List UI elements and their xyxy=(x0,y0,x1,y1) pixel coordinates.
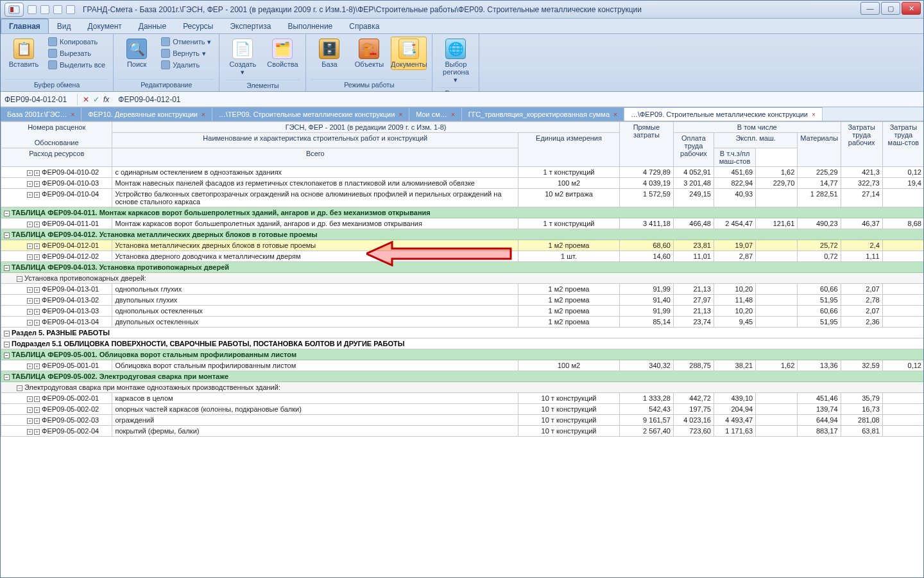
table-row[interactable]: ++ ФЕР09-04-013-04двупольных остекленных… xyxy=(1,317,924,328)
data-grid[interactable]: Номера расценокОбоснование ГЭСН, ФЕР - 2… xyxy=(1,121,923,577)
col-raskhod[interactable]: Расход ресурсов xyxy=(1,148,112,167)
col-vtch[interactable]: В т.ч.з/пл маш-стов xyxy=(714,148,755,167)
close-icon[interactable]: × xyxy=(812,111,816,118)
doc-tab[interactable]: ФЕР10. Деревянные конструкции× xyxy=(81,107,212,121)
col-naimen[interactable]: Наименование и характеристика строительн… xyxy=(112,133,518,148)
col-vsego[interactable]: Всего xyxy=(112,148,518,167)
table-row[interactable]: − ТАБЛИЦА ФЕР09-04-011. Монтаж каркасов … xyxy=(1,207,924,218)
group-label-elements: Элементы xyxy=(225,80,300,91)
cancel-formula-icon[interactable]: ✕ xyxy=(83,95,89,104)
delete-icon xyxy=(161,60,170,69)
table-row[interactable]: − Установка противопожарных дверей: xyxy=(1,273,924,284)
cut-button[interactable]: Вырезать xyxy=(46,48,108,58)
table-row[interactable]: ++ ФЕР09-04-013-02двупольных глухих1 м2 … xyxy=(1,295,924,306)
doc-tab[interactable]: …\ТЕР09. Строительные металлические конс… xyxy=(212,107,409,121)
formula-input[interactable]: ФЕР09-04-012-01 xyxy=(114,94,923,105)
documents-mode-button[interactable]: 📑 Документы xyxy=(391,37,427,70)
table-row[interactable]: ++ ФЕР09-05-002-03ограждений10 т констру… xyxy=(1,415,924,426)
formula-controls: ✕ ✓ fx xyxy=(78,95,114,104)
app-menu-button[interactable] xyxy=(4,3,24,17)
copy-button[interactable]: Копировать xyxy=(46,37,108,47)
table-row[interactable]: − Электродуговая сварка при монтаже одно… xyxy=(1,382,924,393)
table-row[interactable]: ++ ФЕР09-04-010-04Устройство балконных с… xyxy=(1,189,924,207)
objects-mode-button[interactable]: 🏗️ Объекты xyxy=(351,37,387,70)
table-row[interactable]: ++ ФЕР09-05-002-02опорных частей каркасо… xyxy=(1,404,924,415)
table-row[interactable]: − Подраздел 5.1 ОБЛИЦОВКА ПОВЕРХНОСТИ, С… xyxy=(1,338,924,349)
table-row[interactable]: − ТАБЛИЦА ФЕР09-05-001. Облицовка ворот … xyxy=(1,349,924,360)
svg-rect-1 xyxy=(10,7,13,12)
col-group-top[interactable]: ГЭСН, ФЕР - 2001 (в редакции 2009 г. с И… xyxy=(112,122,619,133)
doc-tab[interactable]: База 2001г.\ГЭС…× xyxy=(1,107,81,121)
create-button[interactable]: 📄 Создать ▾ xyxy=(225,37,261,78)
col-edizm[interactable]: Единица измерения xyxy=(518,133,620,167)
table-row[interactable]: ++ ФЕР09-04-010-03Монтаж навесных панеле… xyxy=(1,178,924,189)
table-row[interactable]: ++ ФЕР09-04-011-01Монтаж каркасов ворот … xyxy=(1,218,924,229)
delete-button[interactable]: Удалить xyxy=(158,60,214,70)
table-row[interactable]: ++ ФЕР09-05-002-04покрытий (фермы, балки… xyxy=(1,426,924,437)
col-zatr-rab[interactable]: Затраты труда рабочих xyxy=(841,122,882,167)
tab-data[interactable]: Данные xyxy=(130,19,175,33)
cell-reference[interactable]: ФЕР09-04-012-01 xyxy=(1,94,78,105)
search-icon: 🔍 xyxy=(126,39,147,59)
doc-tab-active[interactable]: …\ФЕР09. Строительные металлические конс… xyxy=(624,107,823,121)
group-label-modes: Режимы работы xyxy=(311,79,427,90)
properties-button[interactable]: 🗂️ Свойства xyxy=(264,37,300,70)
close-icon[interactable]: × xyxy=(71,111,75,118)
table-row[interactable]: − ТАБЛИЦА ФЕР09-04-013. Установка против… xyxy=(1,262,924,273)
col-zatr-mash[interactable]: Затраты труда маш-стов xyxy=(882,122,923,167)
search-button[interactable]: 🔍 Поиск xyxy=(119,37,155,70)
accept-formula-icon[interactable]: ✓ xyxy=(93,95,99,104)
table-row[interactable]: − Раздел 5. РАЗНЫЕ РАБОТЫ xyxy=(1,328,924,338)
create-label: Создать xyxy=(230,60,257,68)
table-row[interactable]: ++ ФЕР09-04-012-02Установка дверного дов… xyxy=(1,251,924,262)
fx-icon[interactable]: fx xyxy=(103,95,109,104)
col-ekspl[interactable]: Экспл. маш. xyxy=(714,133,797,148)
close-icon[interactable]: × xyxy=(398,111,402,118)
close-button[interactable]: ✕ xyxy=(902,2,921,15)
copy-icon xyxy=(48,37,57,46)
paste-button[interactable]: 📋 Вставить xyxy=(6,37,42,70)
table-row[interactable]: − ТАБЛИЦА ФЕР09-04-012. Установка металл… xyxy=(1,229,924,240)
col-nomera[interactable]: Номера расценокОбоснование xyxy=(1,122,112,148)
tab-help[interactable]: Справка xyxy=(341,19,388,33)
table-row[interactable]: ++ ФЕР09-04-013-03однопольных остекленны… xyxy=(1,306,924,317)
doc-tab[interactable]: Мои см…× xyxy=(409,107,462,121)
maximize-button[interactable]: ▢ xyxy=(881,2,900,15)
quick-access-toolbar xyxy=(28,5,75,14)
col-mater[interactable]: Материалы xyxy=(798,133,841,167)
qat-button[interactable] xyxy=(53,5,62,14)
paste-icon: 📋 xyxy=(13,39,34,59)
tab-view[interactable]: Вид xyxy=(49,19,80,33)
qat-button[interactable] xyxy=(66,5,75,14)
selectall-button[interactable]: Выделить все xyxy=(46,60,108,70)
table-row[interactable]: ++ ФЕР09-04-013-01однопольных глухих1 м2… xyxy=(1,284,924,295)
group-label-editing: Редактирование xyxy=(119,79,214,90)
objects-label: Объекты xyxy=(355,60,384,68)
minimize-button[interactable]: — xyxy=(860,2,880,15)
close-icon[interactable]: × xyxy=(613,111,617,118)
undo-button[interactable]: Отменить ▾ xyxy=(158,37,214,47)
qat-button[interactable] xyxy=(40,5,49,14)
col-vtom[interactable]: В том числе xyxy=(673,122,841,133)
table-row[interactable]: ++ ФЕР09-04-010-02с одинарным остекление… xyxy=(1,167,924,178)
redo-button[interactable]: Вернуть ▾ xyxy=(158,48,214,58)
table-row[interactable]: − ТАБЛИЦА ФЕР09-05-002. Электродуговая с… xyxy=(1,371,924,382)
base-mode-button[interactable]: 🗄️ База xyxy=(311,37,347,70)
region-select-button[interactable]: 🌐 Выбор региона ▾ xyxy=(438,37,474,86)
qat-button[interactable] xyxy=(28,5,37,14)
tab-home[interactable]: Главная xyxy=(1,19,49,33)
doc-tab[interactable]: ГГС_транвляция_корректированная сумма× xyxy=(462,107,624,121)
col-pryam[interactable]: Прямые затраты xyxy=(619,122,673,167)
table-row[interactable]: ++ ФЕР09-04-012-01Установка металлически… xyxy=(1,240,924,251)
table-row[interactable]: ++ ФЕР09-05-001-01Облицовка ворот стальн… xyxy=(1,360,924,371)
tab-resources[interactable]: Ресурсы xyxy=(175,19,221,33)
base-label: База xyxy=(321,60,337,68)
close-icon[interactable]: × xyxy=(451,111,455,118)
formula-bar: ФЕР09-04-012-01 ✕ ✓ fx ФЕР09-04-012-01 xyxy=(1,92,923,107)
table-row[interactable]: ++ ФЕР09-05-002-01каркасов в целом10 т к… xyxy=(1,393,924,404)
tab-expertise[interactable]: Экспертиза xyxy=(221,19,279,33)
tab-document[interactable]: Документ xyxy=(80,19,130,33)
tab-execution[interactable]: Выполнение xyxy=(279,19,341,33)
close-icon[interactable]: × xyxy=(201,111,205,118)
col-oplata[interactable]: Оплата труда рабочих xyxy=(673,133,714,167)
